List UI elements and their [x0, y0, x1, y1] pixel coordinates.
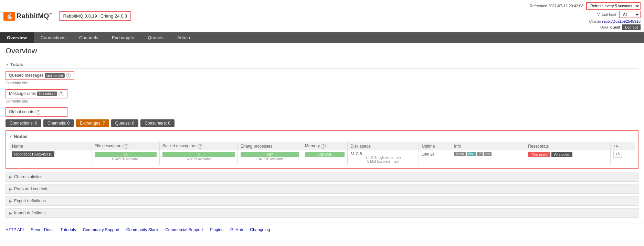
export-header[interactable]: ▶ Export definitions [6, 196, 638, 206]
footer-plugins[interactable]: Plugins [210, 227, 223, 232]
totals-header[interactable]: ▼ Totals [6, 61, 638, 69]
rabbitmq-version: RabbitMQ 3.8.19 [63, 13, 97, 19]
consumers-count-btn[interactable]: Consumers: 0 [140, 119, 175, 127]
badge-count[interactable]: 2 [477, 152, 483, 156]
message-rates-row: Message rates last minute ? Currently id… [6, 89, 638, 105]
ports-label: Ports and contexts [14, 186, 48, 191]
message-rates-box: Message rates last minute ? [6, 89, 67, 98]
badge-disc[interactable]: disc [467, 152, 476, 156]
file-desc-bar: 33 [95, 152, 157, 157]
refresh-row: Refreshed 2021-07-12 20:42:08 Refresh ev… [530, 2, 641, 10]
footer: HTTP API Server Docs Tutorials Community… [0, 224, 644, 236]
nodes-triangle: ▼ [9, 135, 12, 138]
this-node-button[interactable]: This node [528, 152, 550, 157]
churn-triangle: ▶ [9, 175, 12, 179]
col-socket-desc: Socket descriptors ? [159, 142, 237, 150]
socket-desc-help[interactable]: ? [198, 144, 202, 149]
nodes-section: ▼ Nodes Name File descriptors ? Socket d… [6, 130, 638, 169]
page-title-area: Overview [0, 43, 644, 57]
footer-changelog[interactable]: Changelog [250, 227, 270, 232]
channels-count-btn[interactable]: Channels: 0 [43, 119, 74, 127]
col-plus-minus[interactable]: +/- [611, 142, 635, 150]
nodes-table-header: Name File descriptors ? Socket descripto… [9, 142, 635, 150]
global-counts-box: Global counts ? [6, 107, 67, 117]
version-box: RabbitMQ 3.8.19 Erlang 24.0.3 [59, 11, 131, 21]
footer-tutorials[interactable]: Tutorials [60, 227, 76, 232]
socket-avail: 943629 available [162, 157, 235, 161]
info-cell: basic disc 2 rss [451, 150, 525, 165]
table-row: rabbit@ca1b92545916 33 1048576 available… [9, 150, 635, 165]
disk-space-cell: 31 GiB 1.1 GiB high watermark 8 MiB low … [348, 150, 419, 165]
queued-messages-row: Queued messages last minute ? Currently … [6, 71, 638, 86]
col-name: Name [9, 142, 92, 150]
logout-button[interactable]: Log out [622, 24, 641, 30]
navigation: Overview Connections Channels Exchanges … [0, 32, 644, 43]
footer-commercial-support[interactable]: Commercial Support [165, 227, 203, 232]
rates-period[interactable]: last minute [37, 92, 57, 96]
nodes-label: Nodes [14, 134, 28, 139]
vhost-row: Virtual host All [597, 11, 641, 18]
file-desc-cell: 33 1048576 available [92, 150, 159, 165]
queued-help-icon[interactable]: ? [66, 73, 71, 78]
queued-messages-label: Queued messages [9, 73, 44, 78]
queued-period[interactable]: last minute [45, 73, 65, 78]
cluster-name: rabbit@ca1b92545916 [602, 19, 641, 23]
memory-help[interactable]: ? [321, 144, 326, 149]
queued-messages-box: Queued messages last minute ? [6, 71, 74, 80]
rates-help-icon[interactable]: ? [59, 92, 63, 96]
badge-rss[interactable]: rss [484, 152, 492, 156]
global-help-icon[interactable]: ? [35, 110, 40, 115]
refresh-select[interactable]: Refresh every 5 seconds [586, 2, 641, 10]
footer-community-slack[interactable]: Community Slack [126, 227, 158, 232]
counts-row: Connections: 0 Channels: 0 Exchanges: 7 … [6, 119, 638, 127]
reset-stats-cell: This node All nodes [525, 150, 611, 165]
nodes-title: ▼ Nodes [9, 134, 635, 139]
plus-minus-cell: +/- [611, 150, 635, 165]
col-info: Info [451, 142, 525, 150]
import-header[interactable]: ▶ Import definitions [6, 208, 638, 218]
footer-github[interactable]: GitHub [230, 227, 243, 232]
nav-admin[interactable]: Admin [170, 32, 197, 43]
export-section: ▶ Export definitions [6, 196, 638, 206]
totals-section: ▼ Totals Queued messages last minute ? C… [6, 61, 638, 127]
message-rates-label: Message rates [9, 91, 36, 96]
footer-server-docs[interactable]: Server Docs [31, 227, 53, 232]
footer-community-support[interactable]: Community Support [83, 227, 119, 232]
connections-count-btn[interactable]: Connections: 0 [6, 119, 41, 127]
ports-header[interactable]: ▶ Ports and contexts [6, 184, 638, 194]
logo: 🐇 RabbitMQ™ [3, 12, 52, 21]
nav-queues[interactable]: Queues [141, 32, 170, 43]
header-right: Refreshed 2021-07-12 20:42:08 Refresh ev… [530, 2, 641, 30]
badge-basic[interactable]: basic [454, 152, 465, 156]
logo-text: RabbitMQ™ [17, 12, 52, 20]
nav-channels[interactable]: Channels [72, 32, 105, 43]
nav-exchanges[interactable]: Exchanges [105, 32, 141, 43]
uptime-val: 10m 2s [422, 152, 434, 156]
footer-http-api[interactable]: HTTP API [6, 227, 24, 232]
refreshed-label: Refreshed 2021-07-12 20:42:08 [530, 4, 583, 8]
churn-label: Churn statistics [14, 174, 42, 179]
rates-idle: Currently idle [6, 98, 638, 105]
memory-bar: 132 MiB [305, 152, 345, 157]
logo-icon: 🐇 [3, 12, 15, 21]
all-nodes-button[interactable]: All nodes [551, 152, 572, 157]
nav-overview[interactable]: Overview [0, 32, 34, 43]
cluster-label: Cluster [589, 19, 601, 23]
vhost-select[interactable]: All [619, 11, 641, 18]
exchanges-count-btn[interactable]: Exchanges: 7 [76, 119, 109, 127]
totals-triangle: ▼ [6, 63, 9, 66]
col-uptime: Uptime [419, 142, 451, 150]
churn-header[interactable]: ▶ Churn statistics [6, 172, 638, 182]
nav-connections[interactable]: Connections [34, 32, 72, 43]
disk-space-val: 31 GiB [350, 152, 416, 156]
socket-cell: 0 943629 available [159, 150, 237, 165]
ports-section: ▶ Ports and contexts [6, 184, 638, 194]
user-row: User guest Log out [600, 24, 641, 30]
col-reset-stats: Reset stats [525, 142, 611, 150]
queues-count-btn[interactable]: Queues: 0 [111, 119, 138, 127]
file-desc-help[interactable]: ? [124, 144, 128, 149]
churn-section: ▶ Churn statistics [6, 172, 638, 182]
plus-minus-btn[interactable]: +/- [613, 151, 622, 158]
uptime-cell: 10m 2s [419, 150, 451, 165]
erlang-avail: 1048576 available [241, 157, 299, 161]
